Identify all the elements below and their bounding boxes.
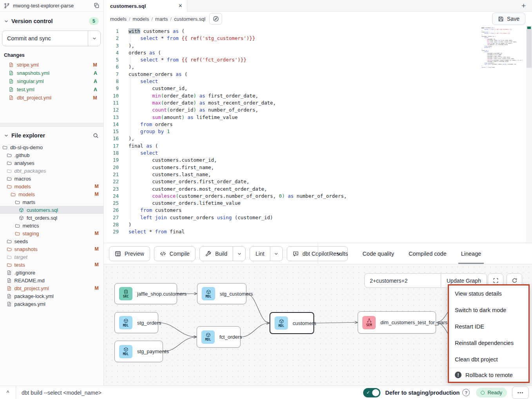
folder-icon	[7, 247, 12, 252]
tree-item-macros[interactable]: macros	[0, 175, 103, 182]
tree-item-metrics[interactable]: metrics	[0, 222, 103, 229]
code-line: select * from {{ ref('fct_orders')}}	[128, 56, 481, 63]
change-item[interactable]: singular.ymlA	[0, 77, 103, 85]
copy-icon[interactable]	[94, 3, 100, 9]
tree-item-staging[interactable]: stagingM	[0, 229, 103, 237]
version-control-header[interactable]: Version control 5	[0, 12, 103, 27]
menu-item-restart-ide[interactable]: Restart IDE	[449, 318, 528, 335]
commit-options-caret[interactable]	[88, 31, 100, 46]
defer-label: Defer to staging/production	[385, 390, 460, 396]
lineage-node-stg-customers[interactable]: MDLstg_customers	[197, 283, 246, 304]
tree-item-readme-md[interactable]: README.md	[0, 276, 103, 284]
change-item[interactable]: test.ymlA	[0, 85, 103, 94]
tree-item-analyses[interactable]: analyses	[0, 159, 103, 167]
tree-item-dbt-packages[interactable]: dbt_packages	[0, 167, 103, 175]
tree-item--gitignore[interactable]: .gitignore	[0, 269, 103, 276]
lint-options-caret[interactable]	[270, 247, 282, 261]
tree-item-target[interactable]: target	[0, 253, 103, 261]
line-number: 4	[104, 49, 119, 56]
refresh-icon	[512, 278, 518, 283]
tree-item-package-lock-yml[interactable]: package-lock.yml	[0, 292, 103, 300]
change-item[interactable]: stripe.ymlM	[0, 61, 103, 69]
tree-item-dbt-project-yml[interactable]: dbt_project.ymlM	[0, 284, 103, 292]
node-label: stg_customers	[220, 291, 253, 297]
breadcrumb-segment[interactable]: customers.sql	[174, 16, 205, 22]
defer-toggle[interactable]: ✓	[363, 388, 380, 397]
lineage-node-dim-customers-test-for-parse[interactable]: SEMdim_customers_test_for_parse	[358, 311, 436, 334]
tree-item-customers-sql[interactable]: customers.sql	[0, 206, 103, 214]
lineage-selector-input[interactable]	[364, 273, 441, 288]
save-label: Save	[507, 16, 519, 22]
change-item[interactable]: dbt_project.ymlM	[0, 94, 103, 102]
menu-item-reinstall-dependencies[interactable]: Reinstall dependencies	[449, 335, 528, 351]
menu-item-switch-to-dark-mode[interactable]: Switch to dark mode	[449, 302, 528, 318]
help-icon[interactable]: ?	[462, 389, 470, 396]
save-button[interactable]: Save	[492, 13, 525, 25]
code-content[interactable]: with customers as ( select * from {{ ref…	[128, 28, 481, 236]
command-placeholder[interactable]: dbt build --select <model_name>	[22, 390, 101, 396]
tab-compiled-code[interactable]: Compiled code	[409, 243, 447, 264]
code-editor[interactable]: 1234567891011121314151617181920212223242…	[104, 26, 532, 243]
more-options-button[interactable]: ⋯	[512, 386, 529, 399]
file-explorer-header[interactable]: File explorer	[0, 127, 103, 141]
ready-status-badge: Ready	[476, 388, 507, 397]
lint-button[interactable]: Lint	[250, 246, 283, 261]
build-options-caret[interactable]	[233, 247, 245, 261]
changes-count-badge: 5	[89, 17, 99, 25]
change-item[interactable]: snapshots.ymlA	[0, 69, 103, 77]
close-tab-icon[interactable]: ×	[179, 3, 182, 9]
tree-item-tests[interactable]: testsM	[0, 261, 103, 269]
action-bar-divider	[318, 243, 318, 264]
lineage-canvas[interactable]: Update Graph View status detailsSwitch t…	[104, 264, 532, 386]
tab-customers-sql[interactable]: customers.sql ×	[104, 0, 187, 12]
lineage-node-jaffle-shop-customers[interactable]: SRCjaffle_shop.customers	[114, 283, 177, 304]
preview-button[interactable]: Preview	[109, 246, 150, 261]
node-label: jaffle_shop.customers	[137, 291, 186, 297]
tree-item--github[interactable]: .github	[0, 151, 103, 159]
git-branch-icon	[4, 3, 10, 9]
menu-item-clean-dbt-project[interactable]: Clean dbt project	[449, 351, 528, 368]
breadcrumb-segment[interactable]: models	[133, 16, 149, 22]
tree-item-marts[interactable]: marts	[0, 198, 103, 206]
compile-button[interactable]: Compile	[154, 246, 195, 261]
lineage-node-stg-orders[interactable]: MDLstg_orders	[114, 312, 158, 333]
expand-command-panel-button[interactable]: ^	[0, 390, 16, 396]
lineage-node-fct-orders[interactable]: MDLfct_orders	[197, 326, 241, 348]
folder-icon	[15, 200, 20, 205]
file-icon	[9, 62, 14, 67]
file-explorer-title: File explorer	[11, 132, 45, 139]
compass-icon	[213, 16, 219, 22]
folder-icon	[15, 231, 20, 236]
wrench-icon	[205, 251, 212, 257]
editor-scrollbar[interactable]	[526, 26, 532, 243]
tab-code-quality[interactable]: Code quality	[362, 243, 394, 264]
change-file-name: stripe.yml	[17, 62, 39, 68]
breadcrumb-segment[interactable]: marts	[155, 16, 168, 22]
tree-item-models[interactable]: modelsM	[0, 182, 103, 190]
scrollbar-thumb[interactable]	[527, 26, 532, 68]
lineage-node-stg-payments[interactable]: MDLstg_payments	[114, 341, 163, 362]
tree-item-fct-orders-sql[interactable]: fct_orders.sql	[0, 214, 103, 222]
tree-item-packages-yml[interactable]: packages.yml	[0, 300, 103, 308]
tab-lineage[interactable]: Lineage	[461, 243, 481, 264]
line-number: 27	[104, 214, 119, 221]
tree-item-models[interactable]: modelsM	[0, 190, 103, 198]
tree-item-seeds[interactable]: seeds	[0, 237, 103, 245]
tree-item-snapshots[interactable]: snapshotsM	[0, 245, 103, 253]
tab-results[interactable]: Results	[329, 243, 348, 264]
lineage-node-customers[interactable]: MDLcustomers	[270, 312, 314, 334]
new-tab-button[interactable]: +	[515, 0, 532, 11]
menu-item-rollback-to-remote[interactable]: ! Rollback to remote	[449, 368, 528, 382]
tree-item-label: dbt_packages	[14, 168, 46, 174]
line-number: 11	[104, 99, 119, 107]
mdl-badge: MDL	[119, 316, 132, 329]
build-button[interactable]: Build	[199, 246, 246, 261]
tree-item-db-sl-qs-demo[interactable]: db-sl-qs-demo	[0, 143, 103, 151]
commit-and-sync-button[interactable]: Commit and sync	[2, 31, 101, 46]
line-number: 24	[104, 193, 119, 200]
menu-item-view-status-details[interactable]: View status details	[449, 285, 528, 302]
minimap[interactable]: with customers as ( select * from {{ ref…	[481, 27, 522, 68]
open-in-explorer-button[interactable]	[209, 13, 222, 25]
breadcrumb-segment[interactable]: models	[110, 16, 127, 22]
search-icon[interactable]	[93, 133, 99, 139]
